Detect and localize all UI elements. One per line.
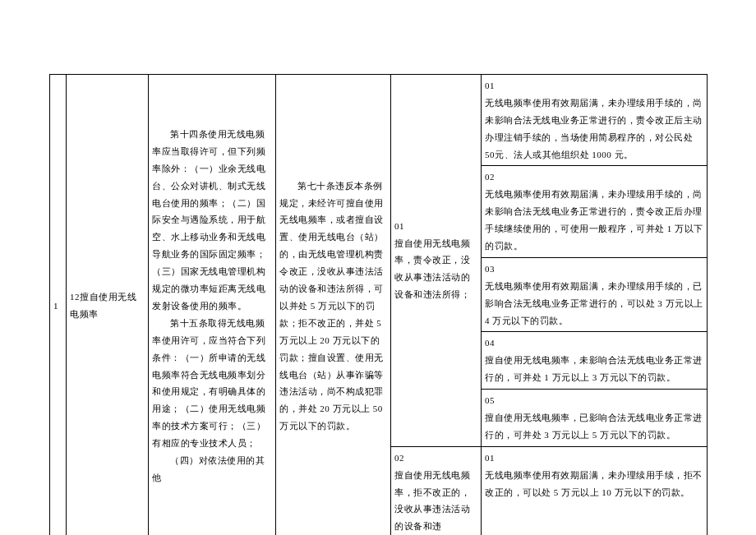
- situation-02-num: 02: [394, 450, 477, 467]
- item-number: 12: [70, 292, 80, 302]
- penalty-04-num: 04: [485, 334, 703, 352]
- situation-02-text: 擅自使用无线电频率，拒不改正的，没收从事违法活动的设备和违: [394, 467, 477, 535]
- item-title-cell: 12擅自使用无线电频率: [67, 75, 149, 536]
- article-70-cell: 第七十条违反本条例规定，未经许可擅自使用无线电频率，或者擅自设置、使用无线电台（…: [276, 75, 391, 536]
- penalty-03-num: 03: [485, 261, 703, 278]
- penalty-b01-text: 无线电频率使用有效期届满，未办理续用手续，拒不改正的，可以处 5 万元以上 10…: [485, 467, 703, 501]
- penalty-02-num: 02: [485, 168, 703, 186]
- penalty-04-cell: 04 擅自使用无线电频率，未影响合法无线电业务正常进行的，可并处 1 万元以上 …: [482, 332, 708, 390]
- penalty-03-text: 无线电频率使用有效期届满，未办理续用手续的，已影响合法无线电业务正常进行的，可以…: [485, 278, 703, 330]
- row-index-cell: 1: [50, 75, 67, 536]
- penalty-01-cell: 01 无线电频率使用有效期届满，未办理续用手续的，尚未影响合法无线电业务正常进行…: [482, 75, 708, 166]
- situation-02-cell: 02 擅自使用无线电频率，拒不改正的，没收从事违法活动的设备和违: [391, 446, 482, 535]
- article-15-text: 第十五条取得无线电频率使用许可，应当符合下列条件：（一）所申请的无线电频率符合无…: [152, 315, 272, 452]
- penalty-05-text: 擅自使用无线电频率，已影响合法无线电业务正常进行的，可并处 3 万元以上 5 万…: [485, 409, 703, 444]
- penalty-02-text: 无线电频率使用有效期届满，未办理续用手续的，尚未影响合法无线电业务正常进行的，责…: [485, 186, 703, 255]
- penalty-03-cell: 03 无线电频率使用有效期届满，未办理续用手续的，已影响合法无线电业务正常进行的…: [482, 257, 708, 332]
- article-14-15-cell: 第十四条使用无线电频率应当取得许可，但下列频率除外：（一）业余无线电台、公众对讲…: [149, 75, 276, 536]
- item-title: 擅自使用无线电频率: [70, 292, 136, 319]
- article-70-text: 第七十条违反本条例规定，未经许可擅自使用无线电频率，或者擅自设置、使用无线电台（…: [279, 178, 387, 435]
- penalty-b01-num: 01: [485, 450, 703, 467]
- situation-01-num: 01: [394, 218, 477, 235]
- penalty-02-cell: 02 无线电频率使用有效期届满，未办理续用手续的，尚未影响合法无线电业务正常进行…: [482, 166, 708, 257]
- penalty-04-text: 擅自使用无线电频率，未影响合法无线电业务正常进行的，可并处 1 万元以上 3 万…: [485, 352, 703, 386]
- penalty-05-cell: 05 擅自使用无线电频率，已影响合法无线电业务正常进行的，可并处 3 万元以上 …: [482, 390, 708, 447]
- penalty-b01-cell: 01 无线电频率使用有效期届满，未办理续用手续，拒不改正的，可以处 5 万元以上…: [482, 446, 708, 535]
- article-14-text: 第十四条使用无线电频率应当取得许可，但下列频率除外：（一）业余无线电台、公众对讲…: [152, 126, 272, 315]
- row-index: 1: [50, 295, 66, 317]
- penalty-01-num: 01: [485, 77, 703, 95]
- article-15-item4: （四）对依法使用的其他: [152, 452, 272, 487]
- situation-01-cell: 01 擅自使用无线电频率，责令改正，没收从事违法活动的设备和违法所得；: [391, 75, 482, 447]
- penalty-01-text: 无线电频率使用有效期届满，未办理续用手续的，尚未影响合法无线电业务正常进行的，责…: [485, 95, 703, 164]
- penalty-05-num: 05: [485, 392, 703, 409]
- regulation-table: 1 12擅自使用无线电频率 第十四条使用无线电频率应当取得许可，但下列频率除外：…: [49, 74, 708, 535]
- situation-01-text: 擅自使用无线电频率，责令改正，没收从事违法活动的设备和违法所得；: [394, 235, 477, 304]
